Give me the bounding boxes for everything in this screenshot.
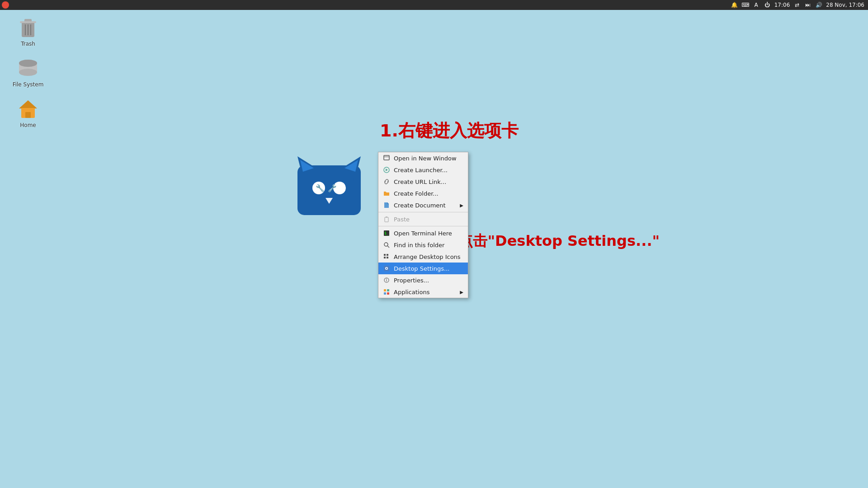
svg-marker-10 (19, 100, 37, 108)
taskbar: 🔔 ⌨ A ⏻ 17:06 ⇄ ⏭ 🔊 28 Nov, 17:06 (0, 0, 868, 10)
properties-icon: i (383, 277, 390, 284)
create-document-label: Create Document (394, 202, 460, 209)
taskbar-left (0, 1, 12, 9)
svg-text:i: i (386, 278, 387, 282)
svg-rect-29 (386, 216, 387, 218)
power-icon[interactable]: ⏻ (764, 1, 771, 9)
annotation2: 2.点击"Desktop Settings..." (443, 231, 660, 251)
menu-item-open-terminal[interactable]: $_ Open Terminal Here (378, 227, 468, 239)
doc-icon (383, 202, 390, 209)
create-launcher-label: Create Launcher... (394, 167, 463, 174)
svg-rect-2 (20, 21, 36, 23)
svg-rect-43 (384, 289, 386, 291)
create-document-arrow: ▶ (460, 203, 463, 208)
skip-icon[interactable]: ⏭ (804, 1, 811, 9)
notification-icon[interactable]: 🔔 (731, 1, 738, 9)
launcher-icon (383, 166, 390, 174)
svg-rect-34 (384, 254, 386, 256)
svg-point-9 (19, 60, 37, 67)
menu-item-arrange-icons[interactable]: Arrange Desktop Icons (378, 251, 468, 263)
create-folder-label: Create Folder... (394, 190, 463, 197)
window-icon (383, 155, 390, 162)
separator1 (378, 212, 468, 212)
svg-rect-12 (25, 112, 31, 118)
menu-item-desktop-settings[interactable]: Desktop Settings... (378, 263, 468, 274)
find-here-label: Find in this folder (394, 242, 463, 249)
svg-line-33 (387, 246, 389, 248)
svg-text:🔧: 🔧 (316, 184, 325, 192)
date-display: 28 Nov, 17:06 (826, 2, 864, 8)
taskbar-app-icon (2, 1, 9, 9)
menu-item-properties[interactable]: i Properties... (378, 274, 468, 286)
svg-marker-27 (386, 169, 388, 171)
svg-rect-24 (384, 155, 389, 160)
menu-item-create-folder[interactable]: Create Folder... (378, 188, 468, 199)
home-icon (17, 99, 39, 120)
paste-label: Paste (394, 216, 463, 223)
open-terminal-label: Open Terminal Here (394, 230, 463, 237)
desktop-icon-home[interactable]: Home (10, 99, 46, 128)
svg-rect-37 (387, 257, 388, 258)
search-icon (383, 241, 390, 249)
menu-item-paste: Paste (378, 213, 468, 225)
cat-logo: 🔧 🔧 (293, 152, 365, 219)
apps-icon (383, 288, 390, 296)
create-url-label: Create URL Link... (394, 178, 463, 185)
svg-rect-35 (387, 254, 388, 256)
settings-icon (383, 265, 390, 272)
url-icon (383, 178, 390, 185)
filesystem-label: File System (13, 81, 44, 88)
svg-rect-28 (385, 217, 388, 222)
svg-text:$_: $_ (384, 231, 389, 235)
desktop-icon-trash[interactable]: Trash (10, 17, 46, 47)
volume-icon[interactable]: 🔊 (815, 1, 822, 9)
svg-point-8 (19, 69, 37, 76)
menu-item-create-url[interactable]: Create URL Link... (378, 176, 468, 188)
home-label: Home (20, 122, 36, 128)
menu-item-create-document[interactable]: Create Document ▶ (378, 199, 468, 211)
svg-rect-44 (387, 289, 389, 291)
svg-text:🔧: 🔧 (328, 184, 337, 192)
desktop-settings-label: Desktop Settings... (394, 265, 463, 272)
applications-label: Applications (394, 289, 460, 296)
context-menu: Open in New Window Create Launcher... Cr… (378, 152, 468, 298)
arrange-icons-label: Arrange Desktop Icons (394, 253, 463, 260)
taskbar-right: 🔔 ⌨ A ⏻ 17:06 ⇄ ⏭ 🔊 28 Nov, 17:06 (731, 1, 868, 9)
separator2 (378, 226, 468, 226)
arrows-icon[interactable]: ⇄ (793, 1, 801, 9)
svg-rect-36 (384, 257, 386, 258)
menu-item-applications[interactable]: Applications ▶ (378, 286, 468, 298)
properties-label: Properties... (394, 277, 463, 284)
svg-rect-45 (384, 292, 386, 295)
open-new-window-label: Open in New Window (394, 155, 463, 162)
annotation1: 1.右键进入选项卡 (380, 119, 519, 142)
terminal-icon: $_ (383, 230, 390, 237)
menu-item-find-here[interactable]: Find in this folder (378, 239, 468, 251)
clock-display: 17:06 (774, 2, 790, 8)
trash-icon (17, 17, 39, 39)
desktop-icon-filesystem[interactable]: File System (10, 58, 46, 88)
menu-item-open-new-window[interactable]: Open in New Window (378, 152, 468, 164)
input-icon[interactable]: A (753, 1, 760, 9)
svg-point-40 (386, 268, 387, 269)
trash-label: Trash (21, 41, 35, 47)
arrange-icon (383, 253, 390, 260)
folder-icon (383, 190, 390, 197)
filesystem-icon (17, 58, 39, 80)
svg-point-32 (384, 243, 388, 246)
svg-rect-46 (387, 292, 389, 295)
keyboard-icon[interactable]: ⌨ (742, 1, 749, 9)
applications-arrow: ▶ (460, 290, 463, 295)
paste-icon (383, 216, 390, 223)
menu-item-create-launcher[interactable]: Create Launcher... (378, 164, 468, 176)
